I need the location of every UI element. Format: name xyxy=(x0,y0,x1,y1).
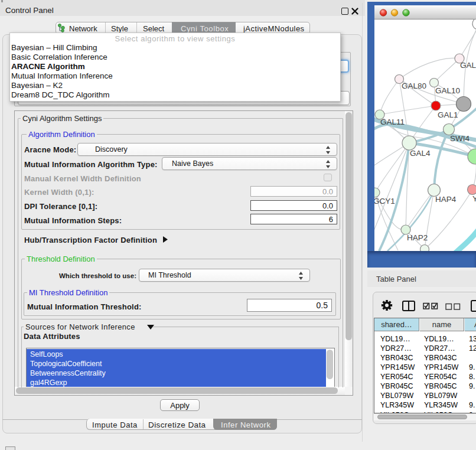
svg-text:Y: Y xyxy=(472,194,476,203)
svg-text:GCY1: GCY1 xyxy=(374,197,395,206)
svg-text:GAL11: GAL11 xyxy=(380,118,405,126)
svg-text:HAP2: HAP2 xyxy=(407,233,428,242)
svg-text:HAP4: HAP4 xyxy=(435,195,457,204)
svg-text:GAL2: GAL2 xyxy=(460,61,476,70)
svg-text:GAL10: GAL10 xyxy=(435,86,460,95)
svg-text:GAL80: GAL80 xyxy=(402,81,426,90)
svg-text:GAL1: GAL1 xyxy=(438,110,458,119)
svg-text:SWI4: SWI4 xyxy=(450,134,470,143)
svg-text:GAL4: GAL4 xyxy=(410,149,431,158)
